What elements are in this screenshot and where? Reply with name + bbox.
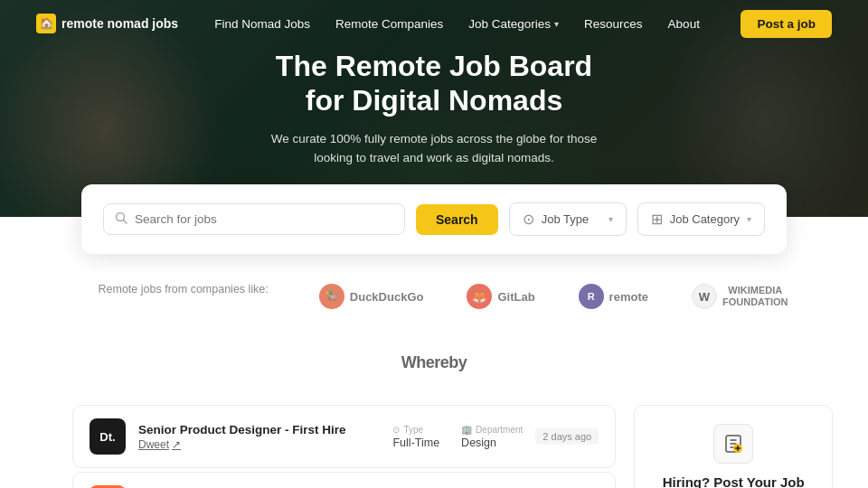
type-value: Full-Time: [392, 436, 439, 449]
main-content: Dt. Senior Product Designer - First Hire…: [0, 387, 868, 488]
company-gitlab: 🦊 GitLab: [467, 284, 534, 309]
job-title: Senior Product Designer - First Hire: [138, 423, 380, 436]
job-listings: Dt. Senior Product Designer - First Hire…: [72, 405, 616, 488]
job-dept-meta: 🏢 Department Design: [461, 425, 523, 449]
logo-icon: 🏠: [36, 14, 56, 33]
job-info: Senior Product Designer - First Hire Dwe…: [138, 423, 380, 451]
type-icon: ⊙: [392, 425, 400, 435]
wikimedia-label: WIKIMEDIAFOUNDATION: [722, 285, 788, 308]
external-link-icon: ↗: [172, 438, 181, 451]
search-section: Search ⊙ Job Type ▾ ⊞ Job Category ▾: [0, 184, 868, 254]
company-wikimedia: W WIKIMEDIAFOUNDATION: [692, 284, 788, 309]
whereby-label: Whereby: [401, 353, 467, 372]
hero-title: The Remote Job Board for Digital Nomads: [262, 49, 606, 118]
search-icon: [115, 211, 127, 227]
job-badge: 2 days ago: [535, 428, 599, 445]
remote-label: remote: [609, 290, 648, 304]
navbar-links: Find Nomad Jobs Remote Companies Job Cat…: [214, 17, 741, 31]
job-card[interactable]: Dt. Senior Product Designer - First Hire…: [72, 405, 616, 468]
hero-subtitle: We curate 100% fully remote jobs across …: [262, 129, 606, 168]
search-card: Search ⊙ Job Type ▾ ⊞ Job Category ▾: [81, 184, 787, 254]
search-button[interactable]: Search: [416, 204, 498, 235]
nav-job-categories[interactable]: Job Categories ▾: [468, 17, 559, 31]
nav-resources[interactable]: Resources: [584, 17, 643, 31]
company-whereby: Whereby: [401, 353, 467, 372]
nav-about[interactable]: About: [668, 17, 700, 31]
dept-icon: 🏢: [461, 425, 472, 435]
companies-section: Remote jobs from companies like: 🦆 DuckD…: [0, 254, 868, 387]
companies-label: Remote jobs from companies like:: [80, 283, 269, 296]
gitlab-label: GitLab: [497, 290, 534, 304]
job-type-icon: ⊙: [523, 211, 534, 228]
company-duckduckgo: 🦆 DuckDuckGo: [319, 284, 424, 309]
chevron-down-icon: ▾: [747, 214, 751, 224]
wikimedia-icon: W: [692, 284, 717, 309]
nav-find-nomad-jobs[interactable]: Find Nomad Jobs: [214, 17, 310, 31]
hero-content: The Remote Job Board for Digital Nomads …: [262, 49, 606, 168]
post-job-nav-button[interactable]: Post a job: [741, 10, 832, 38]
company-remote: R remote: [579, 284, 648, 309]
logo-text: remote nomad jobs: [61, 16, 178, 31]
job-type-dropdown[interactable]: ⊙ Job Type ▾: [509, 202, 627, 236]
job-category-dropdown[interactable]: ⊞ Job Category ▾: [637, 202, 765, 236]
remote-icon: R: [579, 284, 604, 309]
company-logo-dweet: Dt.: [90, 418, 126, 455]
svg-line-1: [124, 221, 127, 224]
sidebar-panel: Hiring? Post Your Job Connect with a glo…: [634, 405, 833, 488]
post-job-card: Hiring? Post Your Job Connect with a glo…: [634, 405, 833, 488]
post-job-title: Hiring? Post Your Job: [651, 474, 816, 488]
search-input-wrap[interactable]: [103, 203, 405, 235]
navbar-logo[interactable]: 🏠 remote nomad jobs: [36, 14, 178, 33]
nav-remote-companies[interactable]: Remote Companies: [335, 17, 443, 31]
job-meta: ⊙ Type Full-Time 🏢 Department Design: [392, 425, 523, 449]
navbar: 🏠 remote nomad jobs Find Nomad Jobs Remo…: [0, 0, 868, 47]
gitlab-icon: 🦊: [467, 284, 492, 309]
job-type-meta: ⊙ Type Full-Time: [392, 425, 439, 449]
chevron-down-icon: ▾: [609, 214, 613, 224]
post-job-icon: [713, 424, 753, 464]
job-card[interactable]: ✕ Russian Speaking Audio Data Collector …: [72, 472, 616, 488]
dept-value: Design: [461, 436, 523, 449]
duckduckgo-label: DuckDuckGo: [350, 290, 424, 304]
job-category-icon: ⊞: [651, 211, 663, 228]
duckduckgo-icon: 🦆: [319, 284, 344, 309]
chevron-down-icon: ▾: [554, 19, 559, 29]
company-link[interactable]: Dweet ↗: [138, 438, 380, 451]
search-input[interactable]: [135, 212, 393, 226]
